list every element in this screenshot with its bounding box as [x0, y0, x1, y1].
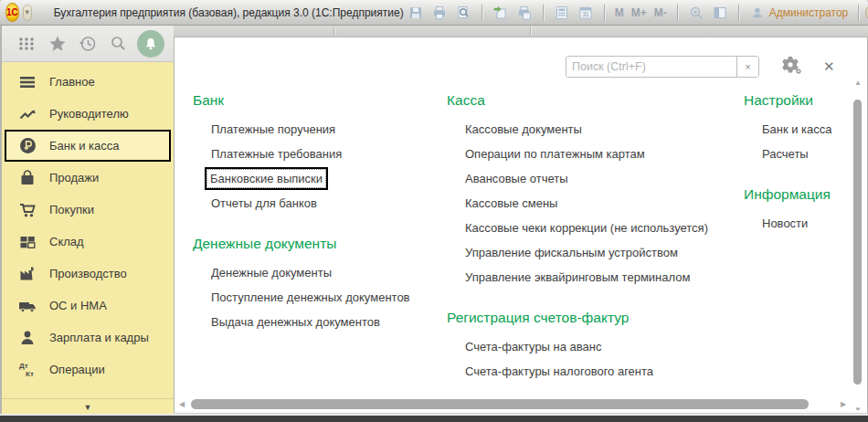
menu-link[interactable]: Управление фискальным устройством	[447, 240, 744, 265]
focused-link-box[interactable]: Банковские выписки	[205, 167, 328, 190]
main-menu-caret-icon[interactable]: ▼	[23, 5, 32, 21]
scroll-up-icon[interactable]: ▲	[852, 79, 864, 87]
sidebar-item-8[interactable]: ОС и НМА	[2, 290, 174, 322]
menu-column-1: БанкПлатежные порученияПлатежные требова…	[193, 92, 447, 404]
bell-icon	[143, 37, 158, 51]
favorites-star-icon[interactable]	[46, 32, 69, 56]
search-input[interactable]	[566, 57, 736, 77]
sidebar-item-2[interactable]: Руководителю	[2, 98, 174, 130]
menu-link[interactable]: Банковские выписки	[193, 166, 447, 191]
sidebar-item-9[interactable]: Зарплата и кадры	[2, 322, 174, 353]
menu-link[interactable]: Кассовые чеки коррекции (не используется…	[447, 216, 744, 240]
sidebar-item-label: Производство	[49, 267, 127, 280]
notifications-button[interactable]	[137, 30, 164, 58]
section-title: Банк	[193, 92, 447, 109]
menu-section: БанкПлатежные порученияПлатежные требова…	[193, 92, 447, 216]
function-panel: × ✕ БанкПлатежные порученияПлатежные тре…	[174, 26, 868, 416]
horizontal-scroll-track[interactable]	[187, 399, 838, 409]
sidebar-item-label: Руководителю	[49, 107, 129, 121]
horizontal-scroll-thumb[interactable]	[191, 399, 809, 409]
menu-section: НастройкиБанк и кассаРасчеты	[744, 92, 868, 166]
menu-link[interactable]: Кассовые документы	[447, 117, 744, 142]
menu-link[interactable]: Поступление денежных документов	[193, 285, 447, 310]
history-icon[interactable]	[76, 32, 100, 56]
sidebar-item-7[interactable]: Производство	[2, 258, 174, 290]
divider	[677, 5, 678, 21]
chevron-down-icon: ▼	[84, 403, 92, 412]
settings-gear-icon[interactable]	[779, 54, 803, 79]
sidebar-item-label: ОС и НМА	[49, 299, 107, 312]
divider	[604, 5, 605, 21]
menu-section: Денежные документыДенежные документыПост…	[193, 236, 447, 334]
person-icon	[18, 329, 37, 347]
sidebar-item-label: Зарплата и кадры	[49, 331, 149, 344]
menu-section: Регистрация счетов-фактурСчета-фактуры н…	[447, 310, 744, 384]
section-title: Информация	[744, 186, 868, 203]
current-user-label[interactable]: Администратор	[769, 6, 849, 19]
divider	[738, 5, 739, 21]
save-icon[interactable]	[407, 4, 425, 22]
user-icon	[748, 4, 767, 22]
section-title: Регистрация счетов-фактур	[447, 310, 744, 326]
window-title: Бухгалтерия предприятия (базовая), редак…	[54, 6, 404, 19]
app-window: 1С ▼ Бухгалтерия предприятия (базовая), …	[0, 0, 868, 422]
menu-link[interactable]: Счета-фактуры налогового агента	[447, 359, 744, 384]
search-box: ×	[566, 56, 759, 78]
menu-link[interactable]: Новости	[744, 211, 868, 236]
print-icon[interactable]	[430, 4, 449, 22]
sidebar-item-4[interactable]: Продажи	[2, 162, 174, 194]
vertical-scroll-thumb[interactable]	[853, 100, 862, 385]
panel-close-icon[interactable]: ✕	[823, 58, 835, 75]
memory-minus-button[interactable]: M-	[654, 6, 667, 19]
menu-link[interactable]: Банк и касса	[744, 117, 868, 142]
tab-separator	[333, 26, 334, 36]
calculator-icon[interactable]	[553, 4, 571, 22]
menu-column-2: КассаКассовые документыОперации по плате…	[447, 92, 744, 404]
menu-link[interactable]: Операции по платежным картам	[447, 142, 744, 166]
split-window-icon[interactable]	[711, 4, 729, 22]
sidebar: ГлавноеРуководителюБанк и кассаПродажиПо…	[0, 26, 174, 416]
menu-link[interactable]: Денежные документы	[193, 260, 447, 285]
scroll-right-icon[interactable]: ▶	[838, 400, 849, 408]
divider	[543, 5, 544, 21]
svg-text:Дт: Дт	[19, 362, 28, 370]
menu-link[interactable]: Кассовые смены	[447, 191, 744, 216]
menu-link[interactable]: Управление эквайринговым терминалом	[447, 265, 744, 290]
memory-plus-button[interactable]: M+	[631, 6, 647, 19]
sidebar-item-label: Банк и касса	[49, 139, 120, 153]
insert-file-icon[interactable]	[492, 4, 510, 22]
scroll-left-icon[interactable]: ◀	[176, 400, 187, 408]
apps-grid-icon[interactable]	[15, 32, 38, 56]
calendar-icon[interactable]: 31	[577, 4, 595, 22]
ruble-icon	[18, 137, 37, 155]
horizontal-scrollbar[interactable]: ◀ ▶	[176, 398, 849, 410]
menu-link[interactable]: Расчеты	[744, 142, 868, 166]
search-clear-icon[interactable]: ×	[736, 57, 758, 77]
divider	[858, 5, 859, 21]
vertical-scrollbar[interactable]: ▲ ▼	[852, 79, 864, 414]
print-preview-icon[interactable]	[454, 4, 472, 22]
sidebar-item-label: Покупки	[49, 203, 94, 216]
window-bottom-frame	[0, 416, 868, 422]
search-icon[interactable]	[107, 32, 131, 56]
print-current-icon[interactable]	[515, 4, 534, 22]
menu-column-3: НастройкиБанк и кассаРасчетыИнформацияНо…	[744, 92, 868, 404]
panel-body: × ✕ БанкПлатежные порученияПлатежные тре…	[174, 37, 868, 413]
function-menu: БанкПлатежные порученияПлатежные требова…	[193, 92, 868, 404]
sidebar-item-3[interactable]: Банк и касса	[5, 130, 171, 162]
menu-link[interactable]: Авансовые отчеты	[447, 166, 744, 191]
menu-link[interactable]: Отчеты для банков	[193, 191, 447, 216]
memory-recall-button[interactable]: M	[615, 6, 624, 19]
svg-text:Кт: Кт	[26, 370, 34, 378]
sidebar-item-5[interactable]: Покупки	[2, 194, 174, 226]
menu-link[interactable]: Платежные требования	[193, 142, 447, 166]
menu-link-label: Банковские выписки	[206, 169, 326, 188]
zoom-icon[interactable]	[687, 4, 705, 22]
sidebar-toolbar	[2, 26, 174, 62]
menu-link[interactable]: Счета-фактуры на аванс	[447, 334, 744, 359]
sidebar-item-1[interactable]: Главное	[2, 66, 174, 98]
menu-link[interactable]: Выдача денежных документов	[193, 310, 447, 334]
sidebar-item-6[interactable]: Склад	[2, 226, 174, 258]
menu-link[interactable]: Платежные поручения	[193, 117, 447, 142]
sidebar-item-10[interactable]: ДтКтОперации	[2, 353, 174, 385]
